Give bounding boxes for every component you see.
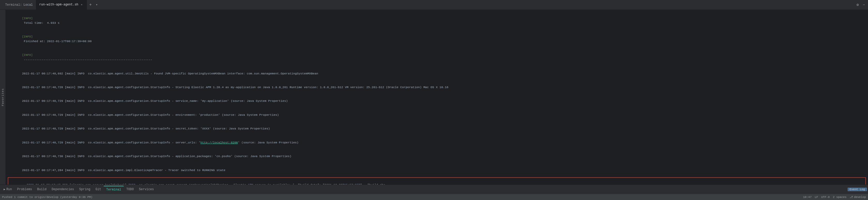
toolbar-services-label: Services <box>139 188 154 191</box>
terminal-line-9: 2022-01-17 00:17:40,729 [main] INFO co.e… <box>8 136 866 149</box>
status-bar: Pushed 1 commit to origin/develop (yeste… <box>0 194 868 200</box>
run-icon: ▶ <box>4 188 5 191</box>
status-indent[interactable]: 2 spaces <box>833 196 846 199</box>
favorites-label: Favorites <box>1 88 4 106</box>
toolbar-git-button[interactable]: Git <box>93 186 104 193</box>
branch-name: develop <box>854 196 866 199</box>
info-tag: [INFO] <box>22 53 33 57</box>
tab-close-button[interactable]: ✕ <box>80 3 84 6</box>
terminal-line-3: [INFO] ---------------------------------… <box>8 48 866 67</box>
toolbar-terminal-button[interactable]: Terminal <box>104 186 124 193</box>
terminal-area: [INFO] Total time: 4.933 s [INFO] Finish… <box>6 10 868 185</box>
toolbar-problems-label: Problems <box>17 188 32 191</box>
tab-dropdown-button[interactable]: ▾ <box>94 2 99 7</box>
toolbar-build-button[interactable]: Build <box>35 186 49 193</box>
tab-run-with-apm[interactable]: run-with-apm-agent.sh ✕ <box>36 0 87 10</box>
branch-icon: ⎇ <box>850 195 853 199</box>
toolbar-build-label: Build <box>37 188 46 191</box>
tab-label: run-with-apm-agent.sh <box>39 3 78 6</box>
terminal-line-11: 2022-01-17 00:17:47,284 [main] INFO co.e… <box>8 163 866 177</box>
new-tab-button[interactable]: + <box>87 1 94 8</box>
bottom-toolbar: ▶ Run Problems Build Dependencies Spring… <box>0 185 868 194</box>
terminal-line-2: [INFO] Finished at: 2022-01-17T00:17:39+… <box>8 30 866 48</box>
info-tag: [INFO] <box>22 16 33 20</box>
toolbar-services-button[interactable]: Services <box>136 186 157 193</box>
minimize-button[interactable]: − <box>862 3 866 7</box>
favorites-sidebar[interactable]: Favorites <box>0 10 6 185</box>
terminal-line-8: 2022-01-17 00:17:40,729 [main] INFO co.e… <box>8 122 866 136</box>
terminal-line-6: 2022-01-17 00:17:40,729 [main] INFO co.e… <box>8 94 866 108</box>
terminal-line-12: 2022-01-17 00:17:47,350 [elastic-apm-ser… <box>8 178 865 185</box>
tab-label: Terminal: <box>5 3 22 7</box>
toolbar-run-label: Run <box>6 188 12 191</box>
terminal-line-5: 2022-01-17 00:17:40,728 [main] INFO co.e… <box>8 80 866 94</box>
terminal-output[interactable]: [INFO] Total time: 4.933 s [INFO] Finish… <box>6 10 868 185</box>
title-bar: Terminal: Local run-with-apm-agent.sh ✕ … <box>0 0 868 10</box>
status-left: Pushed 1 commit to origin/develop (yeste… <box>2 196 93 199</box>
main-area: Favorites [INFO] Total time: 4.933 s [IN… <box>0 10 868 185</box>
toolbar-todo-label: TODO <box>126 188 134 191</box>
terminal-line-10: 2022-01-17 00:17:40,730 [main] INFO co.e… <box>8 149 866 163</box>
toolbar-git-label: Git <box>96 188 101 191</box>
toolbar-problems-button[interactable]: Problems <box>14 186 35 193</box>
tab-bar: Terminal: Local run-with-apm-agent.sh ✕ … <box>2 0 856 10</box>
toolbar-run-button[interactable]: ▶ Run <box>1 186 14 193</box>
toolbar-spring-button[interactable]: Spring <box>76 186 93 193</box>
terminal-line-7: 2022-01-17 00:17:40,729 [main] INFO co.e… <box>8 108 866 122</box>
terminal-line-4: 2022-01-17 00:17:40,692 [main] INFO co.e… <box>8 67 866 80</box>
toolbar-spring-label: Spring <box>79 188 90 191</box>
status-time: 10:47 <box>803 196 812 199</box>
toolbar-todo-button[interactable]: TODO <box>124 186 136 193</box>
settings-button[interactable]: ⚙ <box>856 3 860 7</box>
toolbar-dependencies-button[interactable]: Dependencies <box>49 186 76 193</box>
toolbar-terminal-label: Terminal <box>106 188 121 192</box>
highlighted-block: 2022-01-17 00:17:47,350 [elastic-apm-ser… <box>8 177 866 185</box>
status-line-ending[interactable]: LF <box>815 196 818 199</box>
toolbar-right: Event Log <box>847 188 867 191</box>
toolbar-dependencies-label: Dependencies <box>52 188 74 191</box>
status-right: 10:47 LF UTF-8 2 spaces ⎇ develop <box>803 195 866 199</box>
info-tag: [INFO] <box>22 35 33 38</box>
terminal-line-1: [INFO] Total time: 4.933 s <box>8 11 866 30</box>
git-branch[interactable]: ⎇ develop <box>850 195 866 199</box>
status-encoding[interactable]: UTF-8 <box>821 196 830 199</box>
server-url-link[interactable]: http://localhost:8200 <box>200 141 238 144</box>
tab-sublabel: Local <box>24 3 33 7</box>
event-log-button[interactable]: Event Log <box>847 188 867 191</box>
tab-terminal-local[interactable]: Terminal: Local <box>2 0 36 10</box>
window-actions: ⚙ − <box>856 3 866 7</box>
git-push-info: Pushed 1 commit to origin/develop (yeste… <box>2 196 93 199</box>
